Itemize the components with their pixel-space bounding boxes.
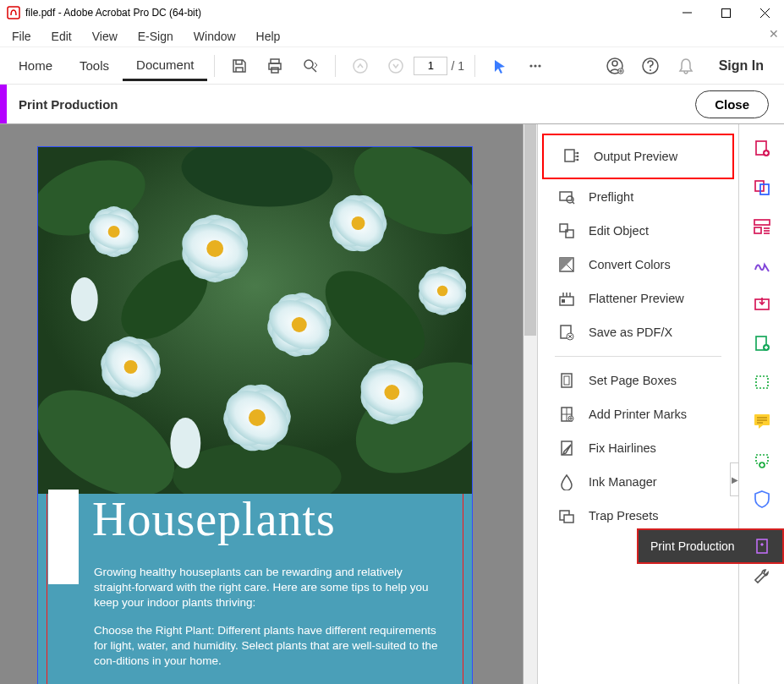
menu-view[interactable]: View [82,27,128,46]
tool-ink-manager[interactable]: Ink Manager [538,465,738,499]
print-production-panel: ▶ Output Preview Preflight Edit Object C… [538,124,738,684]
convert-colors-icon [558,256,575,273]
expand-right-handle[interactable]: ▶ [730,462,739,496]
organize-icon[interactable] [753,217,771,236]
comment-icon[interactable] [753,412,771,430]
right-tool-rail [738,124,784,684]
tool-set-page-boxes[interactable]: Set Page Boxes [538,364,738,397]
help-icon[interactable] [641,57,660,75]
tool-add-printer-marks[interactable]: Add Printer Marks [538,397,738,431]
svg-point-36 [206,240,223,257]
sign-icon[interactable] [753,256,771,275]
menu-edit[interactable]: Edit [41,27,82,46]
tool-output-preview[interactable]: Output Preview [543,134,733,178]
svg-point-48 [352,216,365,230]
window-title: file.pdf - Adobe Acrobat Pro DC (64-bit) [25,7,667,19]
bell-icon[interactable] [677,57,695,75]
crop-icon[interactable] [753,373,771,391]
svg-point-12 [529,64,532,67]
panel-color-indicator [0,85,7,123]
tool-preflight[interactable]: Preflight [538,180,738,214]
print-icon[interactable] [266,57,284,75]
svg-rect-107 [564,515,573,523]
menu-help[interactable]: Help [246,27,291,46]
account-icon[interactable] [606,57,624,75]
close-doc-icon[interactable]: ✕ [769,27,779,41]
page-number-input[interactable] [414,57,447,75]
create-pdf-icon[interactable] [753,140,771,158]
svg-point-8 [304,60,313,68]
menu-esign[interactable]: E-Sign [128,27,184,46]
tooltip-label: Print Production [650,539,735,553]
svg-point-14 [538,64,540,67]
close-button[interactable] [745,0,784,25]
printer-marks-icon [558,406,575,423]
tool-label: Preflight [589,190,633,204]
tool-save-pdfx[interactable]: Save as PDF/X [538,315,738,349]
minimize-button[interactable] [667,0,706,25]
svg-point-10 [354,59,367,73]
tab-document[interactable]: Document [123,51,207,81]
svg-point-66 [249,409,266,426]
tool-edit-object[interactable]: Edit Object [538,214,738,248]
enhance-icon[interactable] [753,334,771,353]
svg-rect-81 [565,150,574,161]
vertical-scrollbar[interactable] [524,124,538,684]
pdf-page: Houseplants Growing healthy houseplants … [37,146,473,684]
protect-icon[interactable] [753,490,771,508]
acrobat-icon [7,6,20,19]
export-icon[interactable] [753,295,771,314]
zoom-icon[interactable] [301,57,320,75]
document-body: Growing healthy houseplants can be rewar… [94,565,447,684]
selection-tool-icon[interactable] [491,57,509,75]
svg-rect-2 [721,8,730,17]
svg-rect-92 [562,299,565,303]
hairlines-icon [558,440,575,457]
combine-icon[interactable] [753,178,771,197]
svg-line-87 [573,202,574,204]
trap-presets-icon [558,507,575,524]
more-tools-icon[interactable] [753,567,771,586]
tool-convert-colors[interactable]: Convert Colors [538,248,738,282]
tab-home[interactable]: Home [5,52,66,79]
sign-in-button[interactable]: Sign In [719,58,764,74]
tool-label: Ink Manager [589,475,657,489]
tool-label: Fix Hairlines [589,441,656,455]
svg-point-42 [292,317,307,332]
page-boxes-icon [558,372,575,389]
save-pdfx-icon [558,324,575,341]
prev-page-icon[interactable] [351,57,370,75]
tool-label: Add Printer Marks [589,408,687,421]
print-prod-icon[interactable] [753,451,771,469]
panel-title: Print Production [7,97,118,112]
next-page-icon[interactable] [387,57,405,75]
document-paragraph: Provide Adequate Light: Most houseplants… [94,681,447,684]
preflight-icon [558,189,575,205]
document-viewport[interactable]: Houseplants Growing healthy houseplants … [0,124,524,684]
page-artwork [38,147,472,494]
svg-point-130 [759,462,765,468]
svg-rect-112 [755,181,764,191]
tool-flattener-preview[interactable]: Flattener Preview [538,282,738,315]
close-panel-button[interactable]: Close [695,90,769,118]
svg-point-16 [612,61,617,66]
menu-window[interactable]: Window [184,27,246,46]
svg-point-13 [534,64,536,67]
tab-tools[interactable]: Tools [66,52,123,79]
edit-object-icon [558,222,575,239]
tool-label: Save as PDF/X [589,326,672,339]
save-icon[interactable] [230,57,249,75]
tool-fix-hairlines[interactable]: Fix Hairlines [538,431,738,465]
document-paragraph: Growing healthy houseplants can be rewar… [94,565,447,611]
scrollbar-thumb[interactable] [524,124,536,336]
panel-divider [555,356,721,357]
tool-trap-presets[interactable]: Trap Presets [538,499,738,533]
svg-point-54 [124,360,138,374]
more-icon[interactable] [526,57,545,75]
tool-label: Flattener Preview [589,292,684,305]
document-paragraph: Choose the Right Plant: Different plants… [94,623,447,670]
menu-file[interactable]: File [2,27,41,46]
document-heading: Houseplants [92,492,336,546]
svg-point-21 [650,69,651,71]
maximize-button[interactable] [706,0,745,25]
